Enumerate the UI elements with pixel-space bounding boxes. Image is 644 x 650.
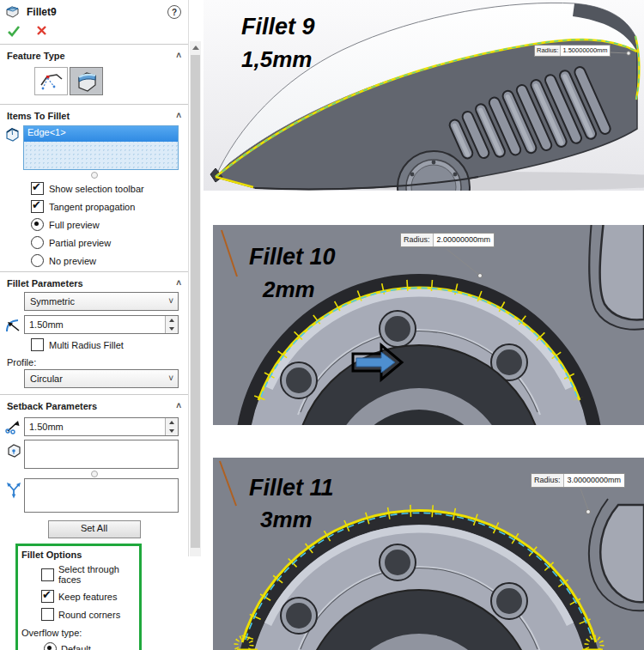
spinner-up-icon[interactable] xyxy=(166,418,178,427)
setback-distance-value: 1.50mm xyxy=(29,422,64,432)
setback-vertex-icon xyxy=(3,440,24,459)
collapse-chevron-icon[interactable]: ˄ xyxy=(176,52,181,59)
fillet-options-highlight-frame: Fillet Options Select through faces Keep… xyxy=(15,544,142,650)
filletxpert-mode-button[interactable] xyxy=(34,67,68,95)
radius-value: 1.50mm xyxy=(29,319,64,330)
section-header-setback-parameters: Setback Parameters ˄ xyxy=(0,397,188,413)
show-selection-toolbar-label: Show selection toolbar xyxy=(49,184,144,194)
set-all-button[interactable]: Set All xyxy=(48,520,141,538)
setback-distance-icon xyxy=(3,419,24,434)
constant-fillet-icon xyxy=(76,70,98,93)
selected-edge-item[interactable]: Edge<1> xyxy=(24,126,178,142)
fillet11-radius-caption: 3mm xyxy=(260,507,313,533)
setback-vertex-listbox[interactable] xyxy=(24,440,179,469)
no-preview-radio[interactable] xyxy=(31,254,44,267)
select-through-faces-row: Select through faces xyxy=(18,562,139,587)
partial-preview-row: Partial preview xyxy=(0,234,188,252)
multi-radius-checkbox[interactable] xyxy=(31,338,44,351)
fillet10-radius-callout[interactable]: Radius: 2.00000000mm xyxy=(400,233,495,247)
items-to-fillet-listbox[interactable]: Edge<1> xyxy=(23,125,179,170)
show-selection-toolbar-checkbox[interactable] xyxy=(31,182,44,195)
full-preview-radio[interactable] xyxy=(31,218,44,231)
fillet-feature-icon xyxy=(5,5,20,19)
radius-callout-value[interactable]: 2.00000000mm xyxy=(434,234,495,246)
fillet9-radius-caption: 1,5mm xyxy=(241,46,312,73)
scrollbar-up-icon[interactable] xyxy=(190,41,201,53)
section-header-feature-type: Feature Type ˄ xyxy=(0,46,188,63)
setback-parameters-header-label: Setback Parameters xyxy=(7,401,97,411)
fillet9-radius-callout[interactable]: Radius: 1.50000000mm xyxy=(534,45,611,57)
collapse-chevron-icon[interactable]: ˄ xyxy=(176,112,181,119)
section-header-items-to-fillet: Items To Fillet ˄ xyxy=(0,106,188,123)
radius-input[interactable]: 1.50mm xyxy=(24,315,179,334)
radius-callout-value[interactable]: 1.50000000mm xyxy=(561,46,609,56)
fillet10-viewport[interactable]: Fillet 10 2mm Radius: 2.00000000mm xyxy=(213,225,644,425)
confirm-toolbar xyxy=(0,21,188,42)
manual-fillet-mode-button[interactable] xyxy=(70,67,103,95)
overflow-default-label: Default xyxy=(61,644,91,650)
setback-distance-input[interactable]: 1.50mm xyxy=(24,417,179,436)
dropdown-arrow-icon: ˅ xyxy=(168,296,173,306)
radius-callout-label: Radius: xyxy=(535,46,561,56)
partial-preview-label: Partial preview xyxy=(49,238,111,248)
fillet11-radius-callout[interactable]: Radius: 3.00000000mm xyxy=(531,473,625,488)
scrollbar-thumb[interactable] xyxy=(191,55,200,548)
symmetry-dropdown[interactable]: Symmetric ˅ xyxy=(24,292,179,311)
radius-icon xyxy=(3,317,24,333)
setback-distance-row: 1.50mm xyxy=(3,417,179,436)
profile-dropdown[interactable]: Circular ˅ xyxy=(24,369,179,388)
panel-scrollbar[interactable] xyxy=(190,41,201,556)
fillet11-caption: Fillet 11 xyxy=(249,475,334,501)
spinner-down-icon[interactable] xyxy=(166,325,178,333)
symmetry-dropdown-value: Symmetric xyxy=(30,296,75,307)
full-preview-label: Full preview xyxy=(49,220,100,230)
panel-edge xyxy=(188,0,189,556)
keep-features-row: Keep features xyxy=(18,587,139,605)
multi-radius-label: Multi Radius Fillet xyxy=(49,340,124,350)
collapse-chevron-icon[interactable]: ˄ xyxy=(176,280,181,287)
round-corners-label: Round corners xyxy=(58,610,120,620)
round-corners-checkbox[interactable] xyxy=(41,608,54,621)
help-icon[interactable]: ? xyxy=(167,5,181,19)
ok-icon[interactable] xyxy=(7,25,21,37)
edge-selection-row: Edge<1> xyxy=(0,123,188,170)
listbox-resize-handle[interactable] xyxy=(91,471,98,477)
no-preview-row: No preview xyxy=(0,252,188,270)
items-to-fillet-header-label: Items To Fillet xyxy=(7,111,70,121)
collapse-chevron-icon[interactable]: ˄ xyxy=(176,403,181,410)
edge-select-icon xyxy=(4,125,23,144)
spinner-up-icon[interactable] xyxy=(166,316,178,325)
setback-distance-spinner[interactable] xyxy=(165,418,178,435)
fillet10-caption: Fillet 10 xyxy=(249,244,336,270)
overflow-type-label: Overflow type: xyxy=(18,623,139,640)
fillet9-viewport[interactable]: Fillet 9 1,5mm Radius: 1.50000000mm xyxy=(204,0,644,191)
setback-edges-icon xyxy=(3,478,24,499)
radius-callout-value[interactable]: 3.00000000mm xyxy=(564,474,625,487)
overflow-default-radio[interactable] xyxy=(44,642,57,650)
overflow-default-row: Default xyxy=(18,640,139,650)
listbox-resize-handle[interactable] xyxy=(91,172,98,179)
spinner-down-icon[interactable] xyxy=(166,427,178,435)
fillet11-viewport[interactable]: Fillet 11 3mm Radius: 3.00000000mm xyxy=(213,458,644,650)
setback-edges-row xyxy=(3,478,179,513)
divider xyxy=(0,394,188,395)
partial-preview-radio[interactable] xyxy=(31,236,44,249)
radius-input-row: 1.50mm xyxy=(3,315,179,334)
setback-edges-listbox[interactable] xyxy=(24,478,179,513)
fillet9-caption: Fillet 9 xyxy=(241,14,315,40)
dropdown-arrow-icon: ˅ xyxy=(168,374,173,383)
tangent-propagation-label: Tangent propagation xyxy=(49,202,135,212)
select-through-faces-checkbox[interactable] xyxy=(41,568,54,581)
tangent-propagation-checkbox[interactable] xyxy=(31,200,44,213)
show-selection-toolbar-row: Show selection toolbar xyxy=(0,179,188,197)
radius-spinner[interactable] xyxy=(165,316,178,333)
cancel-icon[interactable] xyxy=(36,25,47,36)
radius-callout-label: Radius: xyxy=(401,234,434,246)
fillet-options-header: Fillet Options xyxy=(18,548,139,562)
keep-features-checkbox[interactable] xyxy=(41,590,54,603)
multi-radius-row: Multi Radius Fillet xyxy=(0,336,188,354)
keep-features-label: Keep features xyxy=(58,592,118,602)
divider xyxy=(0,44,188,45)
fillet-parameters-header-label: Fillet Parameters xyxy=(7,278,83,289)
feature-title: Fillet9 xyxy=(27,6,57,18)
